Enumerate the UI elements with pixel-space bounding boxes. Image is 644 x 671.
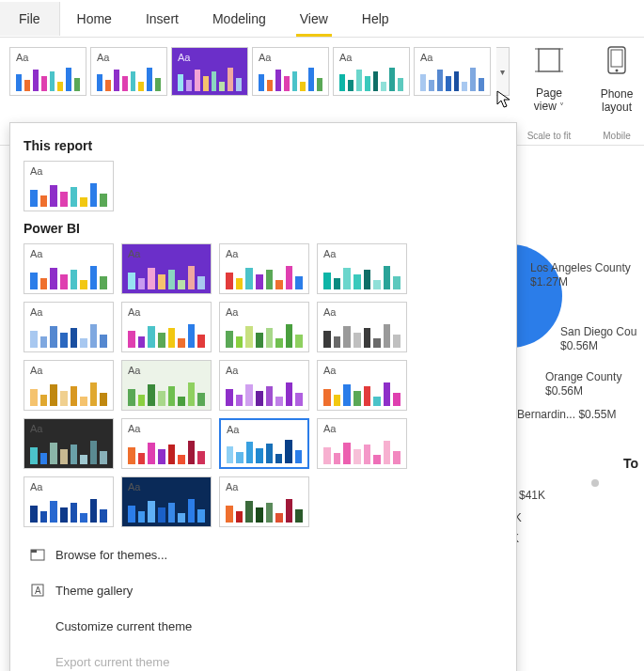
dropdown-actions-list: Browse for themes... A Theme gallery Cus… (24, 537, 503, 671)
theme-thumbnail[interactable]: Aa (317, 418, 407, 469)
theme-thumbnail[interactable]: Aa (121, 418, 212, 469)
theme-aa-label: Aa (128, 365, 205, 376)
svg-text:A: A (35, 585, 41, 596)
gallery-icon: A (29, 582, 46, 599)
menu-modeling[interactable]: Modeling (196, 2, 283, 36)
theme-thumbnail[interactable]: Aa (121, 360, 212, 411)
theme-aa-label: Aa (226, 306, 303, 318)
pie-label-sb: n Bernardin... $0.55M (508, 408, 616, 422)
theme-thumbnail[interactable]: Aa (121, 476, 212, 527)
pie-label-la: Los Angeles County$1.27M (530, 261, 631, 289)
svg-point-7 (616, 70, 619, 72)
theme-thumbnail[interactable]: Aa (317, 302, 407, 352)
theme-bars-icon (339, 67, 403, 91)
theme-bars-icon (128, 440, 205, 464)
theme-aa-label: Aa (227, 424, 302, 435)
theme-thumbnail[interactable]: Aa (121, 243, 212, 294)
theme-thumbnail[interactable]: Aa (219, 243, 309, 294)
phone-layout-label: Phone layout (601, 87, 634, 114)
theme-aa-label: Aa (128, 248, 205, 259)
theme-aa-label: Aa (226, 365, 303, 376)
theme-bars-icon (30, 382, 107, 406)
page-view-footer: Scale to fit (527, 131, 572, 141)
theme-thumbnail[interactable]: Aa (171, 47, 248, 96)
power-bi-theme-grid: AaAaAaAaAaAaAaAaAaAaAaAaAaAaAaAaAaAaAa (24, 243, 503, 527)
theme-thumbnail[interactable]: Aa (333, 47, 410, 96)
theme-thumbnail[interactable]: Aa (414, 47, 491, 96)
theme-thumbnail[interactable]: Aa (317, 360, 407, 411)
dropdown-customize-theme[interactable]: Customize current theme (24, 608, 503, 644)
theme-bars-icon (128, 265, 205, 289)
theme-thumbnail[interactable]: Aa (24, 302, 114, 352)
theme-aa-label: Aa (30, 365, 107, 376)
phone-layout-footer: Mobile (603, 131, 630, 141)
theme-aa-label: Aa (178, 52, 242, 63)
theme-aa-label: Aa (30, 248, 107, 259)
theme-aa-label: Aa (323, 306, 401, 318)
theme-thumbnail[interactable]: Aa (24, 243, 114, 294)
theme-thumbnail[interactable]: Aa (219, 302, 309, 352)
blank-icon (29, 653, 46, 670)
pie-label-oc: Orange County$0.56M (545, 370, 621, 398)
ribbon-phone-layout[interactable]: Phone layout Mobile (583, 38, 644, 145)
ribbon-themes-dropdown-handle[interactable]: ▾ (496, 47, 510, 96)
dropdown-export-label: Export current theme (55, 655, 169, 669)
theme-aa-label: Aa (323, 423, 401, 434)
theme-bars-icon (30, 498, 107, 523)
ribbon-page-view[interactable]: Page view ˅ Scale to fit (515, 38, 583, 145)
theme-bars-icon (323, 265, 401, 289)
theme-thumbnail[interactable]: Aa (24, 418, 114, 469)
theme-bars-icon (226, 265, 303, 289)
theme-thumbnail[interactable]: Aa (90, 47, 167, 96)
theme-thumbnail[interactable]: Aa (24, 360, 114, 411)
scrollbar-thumb[interactable] (591, 479, 599, 487)
theme-aa-label: Aa (30, 306, 107, 318)
theme-thumbnail[interactable]: Aa (219, 476, 309, 527)
dropdown-customize-label: Customize current theme (55, 619, 192, 633)
theme-bars-icon (420, 67, 484, 91)
theme-thumbnail[interactable]: Aa (219, 418, 309, 469)
ribbon-themes-row: AaAaAaAaAaAa (9, 47, 491, 96)
browse-icon (29, 546, 46, 563)
theme-bars-icon (226, 323, 303, 348)
theme-aa-label: Aa (16, 52, 80, 63)
theme-aa-label: Aa (97, 52, 161, 63)
theme-thumbnail[interactable]: Aa (219, 360, 309, 411)
theme-bars-icon (226, 498, 303, 523)
dropdown-theme-gallery[interactable]: A Theme gallery (24, 572, 503, 608)
svg-rect-6 (611, 50, 622, 67)
menu-view[interactable]: View (283, 2, 345, 36)
theme-thumbnail[interactable]: Aa (24, 161, 114, 211)
theme-aa-label: Aa (30, 481, 107, 492)
dropdown-browse-label: Browse for themes... (55, 548, 167, 562)
phone-layout-icon (600, 45, 634, 75)
theme-dropdown-panel: This report Aa Power BI AaAaAaAaAaAaAaAa… (9, 122, 517, 671)
theme-aa-label: Aa (226, 481, 303, 492)
theme-aa-label: Aa (30, 423, 107, 434)
dropdown-browse-themes[interactable]: Browse for themes... (24, 537, 503, 572)
theme-thumbnail[interactable]: Aa (252, 47, 329, 96)
theme-thumbnail[interactable]: Aa (24, 476, 114, 527)
theme-thumbnail[interactable]: Aa (9, 47, 86, 96)
theme-bars-icon (178, 67, 242, 91)
dropdown-heading-this-report: This report (24, 138, 503, 153)
theme-thumbnail[interactable]: Aa (317, 243, 407, 294)
menu-insert[interactable]: Insert (129, 2, 196, 36)
menu-help[interactable]: Help (345, 2, 406, 36)
theme-bars-icon (30, 265, 107, 289)
this-report-theme-grid: Aa (24, 161, 503, 211)
chevron-down-icon: ˅ (559, 101, 564, 112)
cursor-icon (496, 90, 511, 109)
theme-aa-label: Aa (323, 248, 401, 259)
theme-aa-label: Aa (259, 52, 322, 63)
menu-file[interactable]: File (0, 2, 60, 36)
chevron-down-icon: ▾ (500, 67, 505, 77)
theme-thumbnail[interactable]: Aa (121, 302, 212, 352)
theme-bars-icon (323, 440, 401, 464)
page-view-label: Page view ˅ (534, 86, 564, 114)
theme-aa-label: Aa (339, 52, 403, 63)
svg-rect-0 (539, 49, 559, 71)
menu-home[interactable]: Home (60, 2, 129, 36)
theme-aa-label: Aa (226, 248, 303, 259)
theme-bars-icon (128, 323, 205, 348)
